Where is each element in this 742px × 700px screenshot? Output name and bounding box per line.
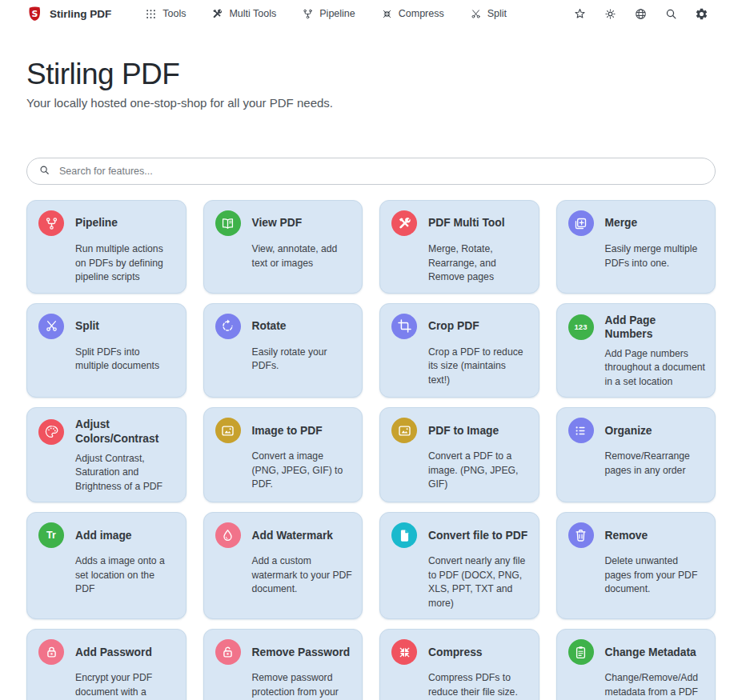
favourites-button[interactable]	[573, 7, 587, 21]
theme-toggle-button[interactable]	[604, 7, 617, 21]
feature-card-title: Add Password	[75, 646, 152, 659]
star-icon	[573, 7, 587, 21]
feature-card-change-metadata[interactable]: Change Metadata Change/Remove/Add metada…	[556, 629, 716, 700]
compress-icon	[381, 8, 393, 20]
feature-card-title: Pipeline	[75, 216, 118, 230]
feature-card-title: Add Page Numbers	[605, 314, 706, 341]
navbar-menu: Tools Multi Tools Pipeline Compress Spli…	[145, 8, 507, 20]
feature-card-rotate[interactable]: Rotate Easily rotate your PDFs.	[203, 303, 363, 398]
feature-card-title: View PDF	[252, 216, 303, 230]
feature-search-input[interactable]	[59, 166, 704, 177]
gear-icon	[695, 7, 708, 21]
feature-card-description: Convert a PDF to a image. (PNG, JPEG, GI…	[428, 450, 529, 492]
crop-icon	[391, 314, 417, 339]
image-icon	[391, 418, 417, 443]
feature-card-remove-password[interactable]: Remove Password Remove password protecti…	[203, 629, 363, 700]
globe-icon	[634, 7, 648, 21]
navbar-item-split[interactable]: Split	[470, 8, 507, 20]
feature-card-description: View, annotate, add text or images	[252, 242, 353, 270]
feature-card-title: Adjust Colors/Contrast	[75, 418, 176, 445]
feature-card-description: Merge, Rotate, Rearrange, and Remove pag…	[428, 242, 529, 285]
brand-home-link[interactable]: S Stirling PDF	[26, 6, 111, 22]
feature-card-description: Convert nearly any file to PDF (DOCX, PN…	[428, 554, 529, 610]
pipeline-icon	[38, 210, 64, 236]
top-navbar: S Stirling PDF Tools Multi Tools Pipelin…	[0, 0, 742, 27]
feature-card-compress[interactable]: Compress Compress PDFs to reduce their f…	[379, 629, 539, 700]
sun-icon	[604, 7, 617, 21]
main-content: Stirling PDF Your locally hosted one-sto…	[0, 58, 742, 700]
feature-card-title: Image to PDF	[252, 424, 323, 438]
feature-card-convert-file-to-pdf[interactable]: Convert file to PDF Convert nearly any f…	[379, 512, 539, 619]
search-icon	[38, 164, 50, 179]
scissors-icon	[38, 314, 64, 339]
numbers-123-icon: 123	[568, 314, 594, 340]
feature-card-view-pdf[interactable]: View PDF View, annotate, add text or ima…	[203, 200, 363, 294]
feature-card-add-watermark[interactable]: Add Watermark Add a custom watermark to …	[203, 512, 363, 619]
feature-card-add-password[interactable]: Add Password Encrypt your PDF document w…	[26, 629, 187, 700]
navbar-item-compress[interactable]: Compress	[381, 8, 444, 20]
feature-card-add-image[interactable]: Tr Add image Adds a image onto a set loc…	[26, 512, 187, 619]
tools-icon	[211, 8, 223, 20]
grid-icon	[145, 8, 157, 20]
navbar-item-multi-tools[interactable]: Multi Tools	[211, 8, 276, 20]
feature-card-description: Add a custom watermark to your PDF docum…	[252, 554, 353, 597]
text-Tr-icon: Tr	[38, 522, 64, 548]
search-button[interactable]	[664, 7, 678, 21]
feature-search	[26, 158, 716, 185]
feature-card-description: Adds a image onto a set location on the …	[75, 554, 176, 597]
lock-icon	[38, 639, 64, 665]
stirling-logo-icon: S	[26, 6, 43, 22]
settings-button[interactable]	[695, 7, 708, 21]
feature-card-title: Add image	[75, 529, 132, 542]
feature-card-description: Adjust Contrast, Saturation and Brightne…	[75, 452, 176, 494]
feature-card-title: Organize	[605, 424, 652, 438]
feature-card-split[interactable]: Split Split PDFs into multiple documents	[26, 303, 187, 398]
scissors-icon	[470, 8, 482, 20]
tools-icon	[391, 210, 417, 236]
feature-card-adjust-colors-contrast[interactable]: Adjust Colors/Contrast Adjust Contrast, …	[26, 407, 187, 502]
feature-card-add-page-numbers[interactable]: 123 Add Page Numbers Add Page numbers th…	[556, 303, 716, 398]
feature-card-title: Remove Password	[252, 646, 351, 659]
list-icon	[568, 418, 594, 443]
feature-card-description: Delete unwanted pages from your PDF docu…	[605, 554, 706, 597]
feature-card-pipeline[interactable]: Pipeline Run multiple actions on PDFs by…	[26, 200, 187, 294]
feature-card-image-to-pdf[interactable]: Image to PDF Convert a image (PNG, JPEG,…	[203, 407, 363, 502]
feature-card-organize[interactable]: Organize Remove/Rearrange pages in any o…	[556, 407, 716, 502]
feature-card-title: Convert file to PDF	[428, 529, 527, 542]
feature-card-pdf-to-image[interactable]: PDF to Image Convert a PDF to a image. (…	[379, 407, 539, 502]
feature-card-title: PDF Multi Tool	[428, 216, 505, 230]
feature-card-description: Easily merge multiple PDFs into one.	[605, 242, 706, 270]
feature-card-description: Crop a PDF to reduce its size (maintains…	[428, 346, 529, 388]
navbar-item-pipeline[interactable]: Pipeline	[302, 8, 355, 20]
feature-card-crop-pdf[interactable]: Crop PDF Crop a PDF to reduce its size (…	[379, 303, 539, 398]
image-icon	[215, 418, 241, 443]
feature-card-description: Remove password protection from your PDF…	[252, 671, 353, 700]
page-subtitle: Your locally hosted one-stop-shop for al…	[26, 96, 716, 110]
trash-icon	[568, 522, 594, 548]
page-title: Stirling PDF	[26, 58, 716, 91]
feature-card-title: Compress	[428, 646, 482, 659]
feature-card-description: Compress PDFs to reduce their file size.	[428, 671, 529, 699]
feature-card-pdf-multi-tool[interactable]: PDF Multi Tool Merge, Rotate, Rearrange,…	[379, 200, 539, 294]
book-open-icon	[215, 210, 241, 236]
feature-card-merge[interactable]: Merge Easily merge multiple PDFs into on…	[556, 200, 716, 294]
feature-card-title: Add Watermark	[252, 529, 333, 542]
brand-label: Stirling PDF	[50, 8, 111, 20]
feature-card-description: Encrypt your PDF document with a passwor…	[75, 671, 176, 700]
navbar-item-tools[interactable]: Tools	[145, 8, 186, 20]
svg-text:S: S	[32, 9, 38, 19]
compress-icon	[391, 639, 417, 665]
feature-card-remove[interactable]: Remove Delete unwanted pages from your P…	[556, 512, 716, 619]
feature-card-title: Merge	[605, 216, 638, 230]
language-button[interactable]	[634, 7, 648, 21]
feature-card-title: Crop PDF	[428, 319, 479, 333]
lock-open-icon	[215, 639, 241, 665]
feature-card-description: Easily rotate your PDFs.	[252, 346, 353, 374]
feature-card-description: Remove/Rearrange pages in any order	[605, 450, 706, 478]
feature-card-title: Change Metadata	[605, 646, 696, 659]
feature-card-title: Rotate	[252, 319, 287, 333]
feature-card-description: Run multiple actions on PDFs by defining…	[75, 242, 176, 285]
feature-card-title: Split	[75, 319, 99, 333]
navbar-actions	[573, 7, 708, 21]
search-icon	[664, 7, 678, 21]
